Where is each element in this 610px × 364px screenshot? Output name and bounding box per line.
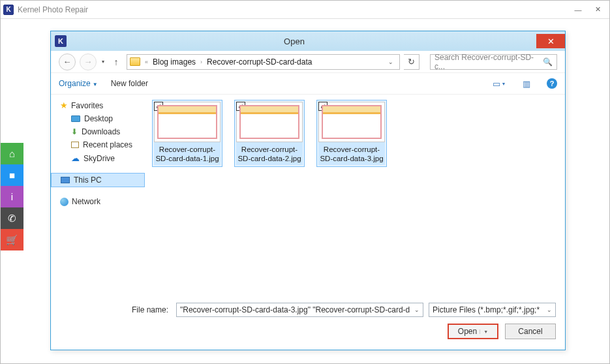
file-thumb-1[interactable]: ✔ Recover-corrupt-SD-card-data-1.jpg	[152, 100, 222, 167]
recent-icon	[71, 142, 79, 148]
nav-back-button[interactable]: ←	[59, 53, 76, 70]
address-dropdown[interactable]: ⌄	[385, 59, 397, 65]
refresh-button[interactable]: ↻	[404, 54, 419, 70]
app-title: Kernel Photo Repair	[18, 5, 569, 14]
app-window: K Kernel Photo Repair — ✕ ⌂ ■ i ✆ 🛒 K Op…	[0, 0, 610, 364]
view-mode-button[interactable]: ▭▼	[492, 77, 506, 90]
open-dialog: K Open ✕ ← → ▾ ↑ « Blog images › Recover…	[50, 31, 566, 350]
help-button[interactable]: ?	[547, 78, 557, 89]
file-thumb-2[interactable]: ✔ Recover-corrupt-SD-card-data-2.jpg	[234, 100, 305, 167]
dialog-bottom: File name: "Recover-corrupt-SD-card-data…	[51, 296, 565, 347]
minimize-button[interactable]: —	[569, 3, 587, 16]
filename-input[interactable]: "Recover-corrupt-SD-card-data-3.jpg" "Re…	[176, 303, 423, 317]
filetype-select[interactable]: Picture Files (*.bmp;*.gif;*.jpg;* ⌄	[429, 303, 556, 317]
sidebar-item-recent[interactable]: Recent places	[60, 138, 145, 151]
breadcrumb-seg-1[interactable]: Blog images	[153, 57, 196, 67]
file-name-2: Recover-corrupt-SD-card-data-2.jpg	[236, 142, 303, 165]
file-thumb-3[interactable]: ✔ Recover-corrupt-SD-card-data-3.jpg	[316, 100, 387, 167]
new-folder-button[interactable]: New folder	[111, 79, 148, 88]
dialog-title: Open	[72, 37, 536, 46]
filetype-dropdown-icon: ⌄	[547, 307, 552, 313]
download-icon: ⬇	[71, 127, 78, 136]
preview-pane-button[interactable]: ▥	[519, 77, 534, 90]
search-input[interactable]: Search Recover-corrupt-SD-c... 🔍	[430, 54, 557, 70]
app-titlebar: K Kernel Photo Repair — ✕	[1, 1, 609, 19]
left-tab-strip: ⌂ ■ i ✆ 🛒	[1, 143, 23, 250]
sidebar-item-desktop[interactable]: Desktop	[60, 112, 145, 125]
toolbar-row: Organize▼ New folder ▭▼ ▥ ?	[51, 73, 565, 94]
nav-history-dropdown[interactable]: ▾	[100, 59, 106, 65]
sidebar-item-skydrive[interactable]: ☁ SkyDrive	[60, 151, 145, 165]
desktop-icon	[71, 115, 80, 122]
sidebar: ★ Favorites Desktop ⬇ Downloads	[51, 95, 145, 296]
dialog-app-icon: K	[55, 35, 67, 47]
address-bar[interactable]: « Blog images › Recover-corrupt-SD-card-…	[127, 54, 400, 70]
nav-forward-button[interactable]: →	[80, 53, 97, 70]
search-placeholder: Search Recover-corrupt-SD-c...	[435, 53, 543, 71]
chevron-icon: «	[143, 59, 150, 65]
chevron-right-icon: ›	[198, 59, 204, 65]
sidebar-favorites[interactable]: ★ Favorites	[60, 99, 145, 112]
sidebar-item-thispc[interactable]: This PC	[51, 173, 145, 187]
tab-video[interactable]: ■	[1, 164, 23, 186]
filename-label: File name:	[60, 305, 171, 314]
dialog-titlebar: K Open ✕	[51, 31, 565, 51]
organize-menu[interactable]: Organize▼	[59, 79, 98, 88]
breadcrumb-seg-2[interactable]: Recover-corrupt-SD-card-data	[207, 57, 312, 67]
sidebar-item-downloads[interactable]: ⬇ Downloads	[60, 125, 145, 138]
file-name-3: Recover-corrupt-SD-card-data-3.jpg	[318, 142, 385, 165]
tab-phone[interactable]: ✆	[1, 207, 23, 229]
folder-icon	[130, 57, 140, 66]
close-app-button[interactable]: ✕	[588, 3, 607, 16]
cloud-icon: ☁	[71, 153, 80, 163]
tab-cart[interactable]: 🛒	[1, 229, 23, 250]
dialog-close-button[interactable]: ✕	[536, 34, 565, 48]
search-icon: 🔍	[543, 57, 553, 67]
cancel-button[interactable]: Cancel	[505, 324, 556, 339]
tab-info[interactable]: i	[1, 186, 23, 207]
open-button[interactable]: Open▼	[448, 324, 498, 339]
file-pane: ✔ Recover-corrupt-SD-card-data-1.jpg ✔ R…	[145, 95, 565, 296]
sidebar-favorites-label: Favorites	[71, 101, 103, 110]
pc-icon	[61, 177, 70, 183]
star-icon: ★	[60, 100, 68, 110]
network-icon	[60, 198, 69, 206]
nav-up-button[interactable]: ↑	[110, 55, 123, 68]
filename-dropdown[interactable]: ⌄	[414, 307, 419, 313]
app-icon: K	[3, 5, 14, 15]
sidebar-item-network[interactable]: Network	[60, 195, 145, 208]
file-name-1: Recover-corrupt-SD-card-data-1.jpg	[154, 142, 221, 165]
nav-row: ← → ▾ ↑ « Blog images › Recover-corrupt-…	[51, 51, 565, 73]
tab-home[interactable]: ⌂	[1, 143, 23, 164]
